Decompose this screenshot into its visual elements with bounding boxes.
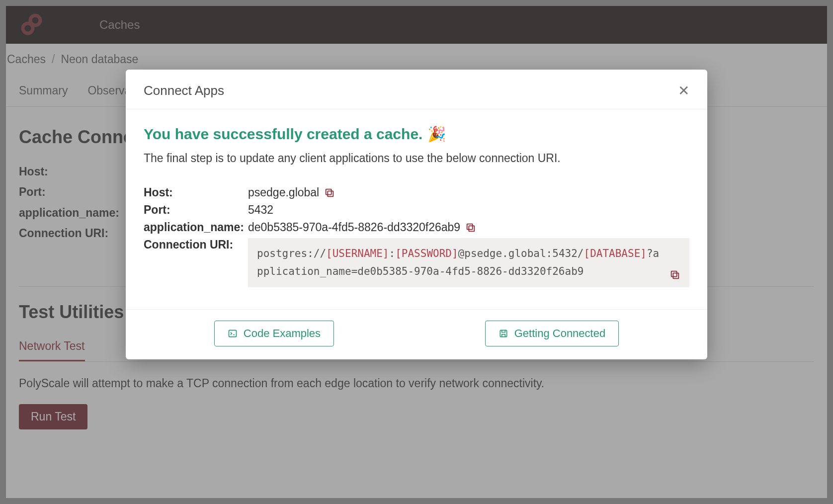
save-icon	[499, 329, 508, 338]
copy-icon[interactable]	[669, 269, 680, 280]
modal-appname-label: application_name:	[144, 221, 248, 234]
modal-overlay[interactable]: Connect Apps ✕ You have successfully cre…	[0, 0, 833, 504]
code-examples-button[interactable]: Code Examples	[214, 321, 334, 346]
modal-uri-block: postgres://[USERNAME]:[PASSWORD]@psedge.…	[248, 238, 689, 287]
svg-rect-8	[673, 273, 678, 279]
svg-rect-6	[469, 226, 475, 231]
svg-rect-4	[328, 191, 333, 196]
terminal-icon	[228, 329, 238, 338]
success-subtext: The final step is to update any client a…	[144, 152, 689, 165]
svg-rect-10	[229, 331, 236, 337]
svg-rect-5	[326, 189, 332, 194]
modal-connection-details: Host: psedge.global Port: 5432 applicati…	[144, 186, 689, 287]
modal-uri-text: postgres://[USERNAME]:[PASSWORD]@psedge.…	[257, 245, 664, 280]
getting-connected-button[interactable]: Getting Connected	[485, 321, 619, 346]
modal-host-label: Host:	[144, 186, 248, 199]
party-popper-icon: 🎉	[427, 125, 446, 143]
modal-uri-label: Connection URI:	[144, 238, 248, 252]
svg-rect-11	[500, 331, 506, 337]
success-headline: You have successfully created a cache. 🎉	[144, 125, 689, 143]
modal-port-value: 5432	[248, 203, 273, 217]
svg-rect-9	[671, 271, 677, 277]
svg-rect-7	[467, 224, 473, 229]
modal-header: Connect Apps ✕	[126, 70, 707, 109]
copy-icon[interactable]	[324, 187, 335, 198]
modal-appname-value: de0b5385-970a-4fd5-8826-dd3320f26ab9	[248, 221, 460, 234]
connect-apps-modal: Connect Apps ✕ You have successfully cre…	[126, 70, 707, 359]
modal-footer: Code Examples Getting Connected	[126, 309, 707, 359]
modal-title: Connect Apps	[144, 83, 224, 98]
copy-icon[interactable]	[465, 222, 476, 233]
close-icon[interactable]: ✕	[678, 83, 689, 99]
modal-port-label: Port:	[144, 203, 248, 217]
modal-body: You have successfully created a cache. 🎉…	[126, 109, 707, 309]
modal-host-value: psedge.global	[248, 186, 319, 199]
